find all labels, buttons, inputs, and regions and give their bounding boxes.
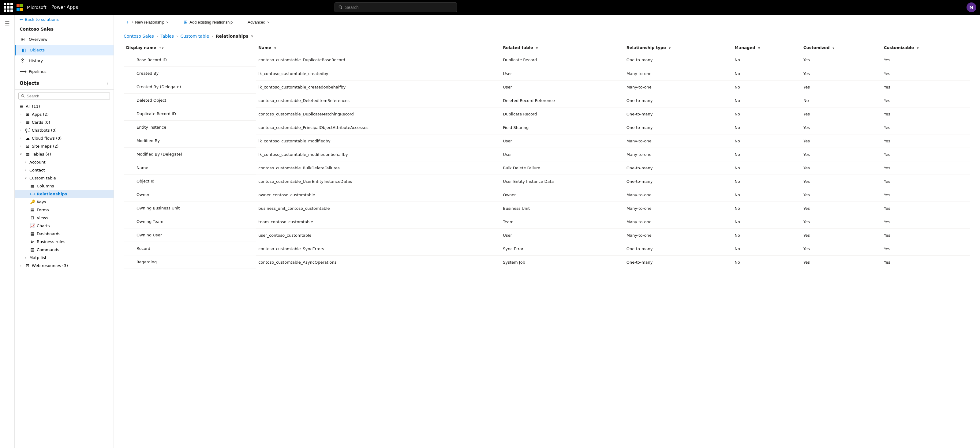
svg-line-3 bbox=[24, 96, 24, 97]
back-to-solutions[interactable]: ← Back to solutions bbox=[15, 15, 113, 24]
cell-display-name: ⋮ Object Id bbox=[124, 175, 256, 188]
objects-panel-title: Objects bbox=[19, 81, 103, 86]
tree-node-custom-table[interactable]: ∨ Custom table bbox=[15, 174, 113, 182]
tree-node-chatbots[interactable]: › 💬 Chatbots (0) bbox=[15, 126, 113, 134]
hamburger-menu[interactable]: ☰ bbox=[1, 17, 13, 29]
cell-display-name: ⋮ Name bbox=[124, 161, 256, 175]
objects-panel-header: Objects › bbox=[15, 77, 113, 90]
breadcrumb-dropdown-icon[interactable]: ∨ bbox=[251, 34, 254, 38]
cell-relationship-type: Many-to-one bbox=[624, 134, 732, 148]
dropdown-icon: ∨ bbox=[166, 20, 169, 24]
cell-customized: Yes bbox=[801, 201, 881, 215]
tree-node-matp-list[interactable]: › Matp list bbox=[15, 253, 113, 261]
sidebar-search-input[interactable] bbox=[27, 94, 107, 98]
avatar[interactable]: M bbox=[967, 2, 976, 12]
waffle-menu[interactable] bbox=[4, 3, 13, 12]
table-row: ⋮ Regarding contoso_customtable_AsyncOpe… bbox=[124, 255, 970, 269]
chevron-icon: › bbox=[23, 255, 28, 260]
cell-customizable: Yes bbox=[881, 175, 970, 188]
tree-node-contact[interactable]: › Contact bbox=[15, 166, 113, 174]
chevron-down-icon: ∨ bbox=[23, 175, 28, 180]
table-row: ⋮ Owner owner_contoso_customtable Owner … bbox=[124, 188, 970, 201]
display-name-value: Object Id bbox=[137, 179, 154, 183]
sidebar-item-pipelines[interactable]: ⟶ Pipelines bbox=[15, 66, 113, 77]
tree-node-all[interactable]: ≡ All (11) bbox=[15, 102, 113, 110]
tree-node-business-rules[interactable]: ⊳ Business rules bbox=[15, 238, 113, 246]
cell-customizable: Yes bbox=[881, 255, 970, 269]
cell-name: contoso_customtable_DuplicateBaseRecord bbox=[256, 53, 500, 67]
global-search[interactable] bbox=[334, 2, 457, 12]
cell-name: lk_contoso_customtable_createdonbehalfby bbox=[256, 80, 500, 94]
cell-customized: No bbox=[801, 94, 881, 107]
sort-icon: ∨ bbox=[832, 46, 835, 49]
app-title: Contoso Sales bbox=[15, 24, 113, 34]
cell-name: contoso_customtable_SyncErrors bbox=[256, 242, 500, 255]
cell-related-table: Deleted Record Reference bbox=[500, 94, 624, 107]
cell-managed: No bbox=[732, 242, 801, 255]
cell-customized: Yes bbox=[801, 161, 881, 175]
sidebar-item-history[interactable]: ⏱ History bbox=[15, 56, 113, 66]
tree-node-charts[interactable]: 📈 Charts bbox=[15, 222, 113, 230]
tree-node-dashboards[interactable]: ▦ Dashboards bbox=[15, 230, 113, 238]
cell-display-name: ⋮ Owning Team bbox=[124, 215, 256, 228]
col-relationship-type[interactable]: Relationship type ∨ bbox=[624, 42, 732, 53]
cell-managed: No bbox=[732, 255, 801, 269]
toolbar: ＋ + New relationship ∨ ⊞ Add existing re… bbox=[114, 15, 980, 30]
tree-node-tables[interactable]: ∨ ▦ Tables (4) bbox=[15, 150, 113, 158]
col-customizable[interactable]: Customizable ∨ bbox=[881, 42, 970, 53]
cell-related-table: Duplicate Record bbox=[500, 53, 624, 67]
col-name[interactable]: Name ∨ bbox=[256, 42, 500, 53]
tree-node-web-resources[interactable]: › ⊡ Web resources (3) bbox=[15, 261, 113, 269]
tables-icon: ▦ bbox=[24, 151, 30, 156]
microsoft-squares bbox=[16, 4, 23, 11]
chevron-icon: › bbox=[18, 128, 23, 132]
col-display-name[interactable]: Display name ↑∨ bbox=[124, 42, 256, 53]
cell-customizable: Yes bbox=[881, 228, 970, 242]
breadcrumb-separator: › bbox=[176, 33, 178, 38]
tree-node-site-maps[interactable]: › ⊡ Site maps (2) bbox=[15, 142, 113, 150]
tree-node-forms[interactable]: ▤ Forms bbox=[15, 206, 113, 214]
cell-related-table: Team bbox=[500, 215, 624, 228]
tree-node-cloud-flows[interactable]: › ☁ Cloud flows (0) bbox=[15, 134, 113, 142]
tree-node-relationships[interactable]: ⟷ Relationships bbox=[15, 190, 113, 198]
collapse-button[interactable]: › bbox=[107, 80, 109, 86]
tree-node-commands[interactable]: ▤ Commands bbox=[15, 246, 113, 253]
new-relationship-button[interactable]: ＋ + New relationship ∨ bbox=[121, 17, 172, 27]
breadcrumb-custom-table[interactable]: Custom table bbox=[181, 33, 209, 38]
sidebar-item-overview[interactable]: ⊞ Overview bbox=[15, 34, 113, 45]
cell-managed: No bbox=[732, 188, 801, 201]
breadcrumb-tables[interactable]: Tables bbox=[161, 33, 174, 38]
advanced-button[interactable]: Advanced ∨ bbox=[244, 18, 273, 26]
col-managed[interactable]: Managed ∨ bbox=[732, 42, 801, 53]
table-row: ⋮ Record contoso_customtable_SyncErrors … bbox=[124, 242, 970, 255]
sidebar-item-objects[interactable]: ◧ Objects bbox=[15, 45, 113, 56]
cell-customizable: Yes bbox=[881, 67, 970, 80]
cloud-flows-icon: ☁ bbox=[24, 136, 30, 140]
overview-icon: ⊞ bbox=[19, 37, 26, 42]
cell-display-name: ⋮ Deleted Object bbox=[124, 94, 256, 107]
cell-display-name: ⋮ Owning User bbox=[124, 228, 256, 242]
breadcrumb-contoso-sales[interactable]: Contoso Sales bbox=[124, 33, 154, 38]
cell-customizable: Yes bbox=[881, 80, 970, 94]
objects-search[interactable] bbox=[18, 92, 110, 100]
tree-node-columns[interactable]: ▦ Columns bbox=[15, 182, 113, 190]
table-row: ⋮ Owning User user_contoso_customtable U… bbox=[124, 228, 970, 242]
relationships-table-wrap: Display name ↑∨ Name ∨ Related table ∨ R… bbox=[114, 42, 980, 448]
cell-related-table: Duplicate Record bbox=[500, 107, 624, 121]
col-related-table[interactable]: Related table ∨ bbox=[500, 42, 624, 53]
search-input[interactable] bbox=[345, 5, 453, 10]
tree-node-views[interactable]: ⊡ Views bbox=[15, 214, 113, 222]
cell-customizable: Yes bbox=[881, 107, 970, 121]
cell-related-table: User bbox=[500, 148, 624, 161]
relationships-icon: ⟷ bbox=[29, 191, 35, 196]
tree-node-cards[interactable]: › ▦ Cards (0) bbox=[15, 118, 113, 126]
tree-node-apps[interactable]: › ⊞ Apps (2) bbox=[15, 110, 113, 118]
tree-node-keys[interactable]: 🔑 Keys bbox=[15, 198, 113, 206]
main-content: ＋ + New relationship ∨ ⊞ Add existing re… bbox=[114, 15, 980, 448]
cell-name: contoso_customtable_UserEntityInstanceDa… bbox=[256, 175, 500, 188]
table-row: ⋮ Duplicate Record ID contoso_customtabl… bbox=[124, 107, 970, 121]
col-customized[interactable]: Customized ∨ bbox=[801, 42, 881, 53]
tree-node-account[interactable]: › Account bbox=[15, 158, 113, 166]
cell-customizable: Yes bbox=[881, 148, 970, 161]
add-existing-relationship-button[interactable]: ⊞ Add existing relationship bbox=[180, 18, 236, 27]
